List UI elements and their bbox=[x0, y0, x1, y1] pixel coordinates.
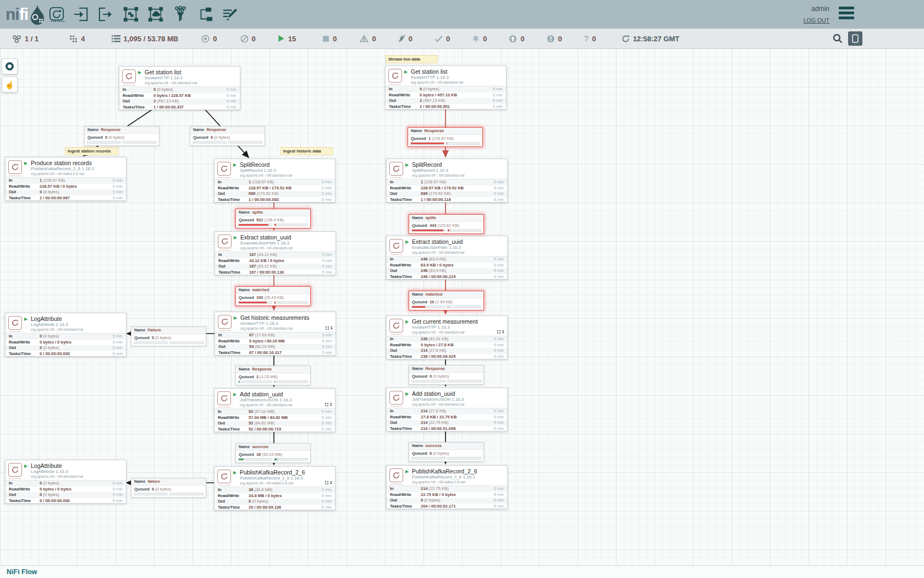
logout-link[interactable]: LOG OUT bbox=[804, 17, 829, 24]
processor-card[interactable]: ▶Get current measurementInvokeHTTP 1.16.… bbox=[386, 315, 508, 359]
processor-card[interactable]: ▶PublishKafkaRecord_2_6PublishKafkaRecor… bbox=[386, 465, 508, 509]
drag-template-icon[interactable] bbox=[195, 4, 215, 24]
drag-label-icon[interactable] bbox=[220, 4, 240, 24]
processor-icon bbox=[388, 69, 402, 83]
processor-card[interactable]: ▶Extract station_uuidEvaluateJsonPath 1.… bbox=[215, 231, 336, 275]
drag-input-port-icon[interactable] bbox=[72, 4, 91, 24]
connection-label[interactable]: NamesuccessQueued16(50.03 MB) bbox=[235, 443, 311, 463]
connection-label[interactable]: NameResponseQueued1(228.57 KB) bbox=[408, 127, 483, 147]
stat-size: (0 bytes) bbox=[156, 87, 173, 92]
connection-label[interactable]: NamesplitsQueued443(115.62 KB) bbox=[409, 214, 484, 234]
processor-type: EvaluateJsonPath 1.16.3 bbox=[240, 241, 289, 246]
canvas-label[interactable]: Stream live-data bbox=[386, 55, 438, 63]
stat-label: Out bbox=[123, 99, 130, 105]
processor-card[interactable]: ▶Produce station recordsPublishKafkaReco… bbox=[5, 157, 127, 201]
connection-label[interactable]: NameFailureQueued0(0 bytes) bbox=[131, 326, 206, 346]
stat-row: In52 (57.04 MB)5 min bbox=[215, 409, 335, 415]
stat-value: 214 (27.8 KB) bbox=[421, 348, 446, 354]
stat-size: (228.57 KB) bbox=[251, 179, 274, 184]
stat-window: 5 min bbox=[322, 427, 332, 433]
processor-stats: In67 (17.69 KB)5 minRead/Write0 bytes / … bbox=[215, 332, 336, 356]
processor-icon bbox=[8, 160, 22, 174]
drag-remote-process-group-icon[interactable] bbox=[146, 4, 166, 24]
stat-value: 246 / 00:00:00.219 bbox=[421, 274, 455, 280]
stat-count: 167 / 00:00:00.116 bbox=[249, 270, 284, 275]
stat-value: 167 / 00:00:00.116 bbox=[249, 270, 284, 276]
refresh-status[interactable]: 12:58:27 GMT bbox=[622, 35, 680, 43]
processor-icon bbox=[389, 239, 403, 253]
processor-card[interactable]: ▶Add station_uuidJoltTransformJSON 1.16.… bbox=[386, 388, 508, 432]
drag-processor-icon[interactable] bbox=[47, 4, 67, 24]
stat-count: 167 bbox=[249, 264, 256, 269]
stat-row: In36 (34.8 MB)5 min bbox=[215, 487, 335, 493]
stat-value: 27.8 KB / 22.75 KB bbox=[421, 415, 457, 421]
breadcrumb-root[interactable]: NiFi Flow bbox=[7, 568, 37, 576]
backpressure-bars bbox=[408, 142, 482, 146]
queued-label: Queued bbox=[239, 295, 254, 300]
queued-label: Queued bbox=[87, 135, 103, 140]
stat-window: 5 min bbox=[494, 263, 504, 269]
stat-window: 5 min bbox=[322, 339, 332, 345]
connection-label[interactable]: NamematchedQueued100(25.43 KB) bbox=[235, 286, 311, 306]
processor-card[interactable]: ▶Add station_uuidJoltTransformJSON 1.16.… bbox=[214, 388, 336, 432]
stat-label: Read/Write bbox=[9, 340, 30, 346]
processor-stats: In167 (43.12 KB)5 minRead/Write43.12 KB … bbox=[215, 252, 336, 275]
queued-count: 443 bbox=[430, 223, 437, 228]
stat-window: 5 min bbox=[494, 197, 504, 203]
stat-label: In bbox=[389, 86, 393, 92]
navigate-palette-button[interactable] bbox=[2, 58, 18, 74]
backpressure-bar bbox=[238, 223, 272, 226]
connected-nodes-status: 1 / 1 bbox=[12, 35, 38, 43]
stat-row: Read/Write0 bytes / 228.57 KB5 min bbox=[119, 93, 240, 99]
processor-card[interactable]: ▶Get station listInvokeHTTP 1.16.3org.ap… bbox=[119, 66, 240, 110]
stat-window: 5 min bbox=[494, 268, 504, 274]
global-menu-button[interactable] bbox=[839, 7, 854, 21]
active-threads-status: 4 bbox=[69, 35, 85, 43]
drag-output-port-icon[interactable] bbox=[96, 4, 116, 24]
search-button[interactable] bbox=[833, 34, 843, 45]
navigate-icon bbox=[6, 62, 14, 70]
processor-bundle: org.apache.nifi - nifi-kafka-2-6-nar bbox=[31, 172, 85, 176]
backpressure-bar bbox=[228, 141, 262, 144]
processor-type: LogAttribute 1.16.3 bbox=[31, 322, 68, 327]
connection-label[interactable]: NameResponseQueued0(0 bytes) bbox=[409, 365, 484, 385]
connection-label[interactable]: NameResponseQueued0(0 bytes) bbox=[84, 126, 160, 146]
stat-row: Read/Write63.9 KB / 0 bytes5 min bbox=[387, 263, 507, 269]
operate-palette-button[interactable]: ☝ bbox=[2, 77, 18, 92]
canvas-label[interactable]: Ingest station records bbox=[65, 147, 119, 155]
stat-count: 236 bbox=[421, 336, 428, 341]
connection-label[interactable]: NamematchedQueued10(2.59 KB) bbox=[409, 291, 484, 310]
name-label: Name bbox=[411, 128, 422, 133]
processor-card[interactable]: ▶LogAttributeLogAttribute 1.16.3org.apac… bbox=[5, 313, 127, 357]
canvas-label[interactable]: Ingest historic data bbox=[280, 147, 333, 155]
processor-card[interactable]: ▶Get station listInvokeHTTP 1.16.3org.ap… bbox=[385, 66, 507, 110]
drag-funnel-icon[interactable] bbox=[170, 4, 190, 24]
connection-label[interactable]: NamesuccessQueued0(0 bytes) bbox=[409, 442, 484, 462]
processor-card[interactable]: ▶PublishKafkaRecord_2_6PublishKafkaRecor… bbox=[214, 466, 336, 510]
stat-label: Out bbox=[390, 268, 397, 274]
running-indicator-icon: ▶ bbox=[24, 161, 28, 166]
connection-label[interactable]: NamefailureQueued0(0 bytes) bbox=[131, 478, 206, 498]
connection-label[interactable]: NameResponseQueued0(0 bytes) bbox=[190, 126, 265, 146]
settings-panel-button[interactable] bbox=[848, 31, 862, 46]
processor-bundle: org.apache.nifi - nifi-standard-nar bbox=[145, 81, 197, 85]
name-label: Name bbox=[134, 479, 145, 484]
processor-card[interactable]: ▶Extract station_uuidEvaluateJsonPath 1.… bbox=[386, 236, 508, 280]
processor-card[interactable]: ▶LogAttributeLogAttribute 1.16.3org.apac… bbox=[5, 460, 127, 504]
stat-value: 214 (22.75 KB) bbox=[421, 486, 448, 492]
connection-label[interactable]: NameResponseQueued2(3.25 MB) bbox=[235, 366, 311, 385]
stat-count: 214 bbox=[421, 408, 428, 413]
drag-process-group-icon[interactable] bbox=[121, 4, 141, 24]
stat-row: Read/Write0 bytes / 60.29 MB5 min bbox=[215, 339, 336, 345]
name-label: Name bbox=[239, 287, 250, 292]
connection-label[interactable]: NamesplitsQueued522(136.4 KB) bbox=[235, 209, 311, 228]
running-indicator-icon: ▶ bbox=[138, 70, 141, 75]
processor-card[interactable]: ▶Get historic measurementsInvokeHTTP 1.1… bbox=[215, 312, 336, 356]
processor-card[interactable]: ▶SplitRecordSplitRecord 1.16.3org.apache… bbox=[214, 159, 336, 203]
stat-window: 5 min bbox=[322, 409, 332, 415]
queued-label: Queued bbox=[239, 217, 254, 222]
processor-card[interactable]: ▶SplitRecordSplitRecord 1.16.3org.apache… bbox=[386, 159, 508, 203]
connection-queued-row: Queued10(2.59 KB) bbox=[409, 298, 483, 306]
stat-count: 246 bbox=[421, 268, 428, 273]
backpressure-bar bbox=[134, 493, 168, 495]
